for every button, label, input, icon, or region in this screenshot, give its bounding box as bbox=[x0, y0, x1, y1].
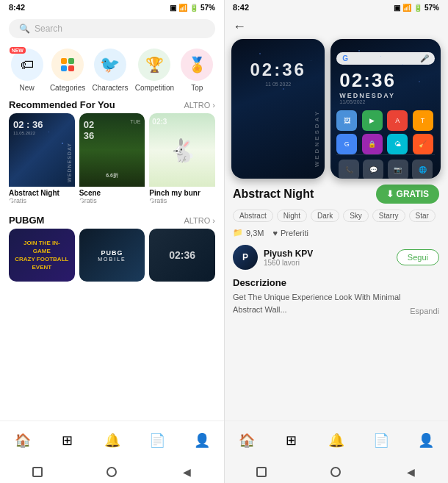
android-square-left[interactable] bbox=[29, 464, 46, 480]
nav-new[interactable]: NEW 🏷 New bbox=[11, 49, 43, 92]
svg-rect-2 bbox=[61, 65, 67, 71]
desc-text-row: Get The Unique Experience Look With Mini… bbox=[233, 291, 439, 315]
card2-overlay: 6.6折 bbox=[106, 172, 118, 179]
tag-sky[interactable]: Sky bbox=[343, 210, 369, 222]
svg-rect-1 bbox=[68, 58, 74, 64]
pubgm-img-1: JOIN THE IN- GAME CRAZY FOOTBALL EVENT bbox=[9, 229, 75, 282]
characters-circle: 🐦 bbox=[94, 49, 126, 81]
new-badge: NEW bbox=[10, 47, 26, 54]
right-nav-doc[interactable]: 📄 bbox=[368, 427, 394, 454]
pubgm-title: PUBGM bbox=[9, 215, 44, 226]
pubgm-card-1[interactable]: JOIN THE IN- GAME CRAZY FOOTBALL EVENT bbox=[9, 229, 75, 282]
characters-label: Characters bbox=[93, 84, 129, 92]
tag-abstract[interactable]: Abstract bbox=[233, 210, 273, 222]
search-bar[interactable]: 🔍 Search bbox=[9, 19, 215, 38]
app-icon-gallery: 🖼 bbox=[336, 110, 357, 131]
phone2-time: 02:36 bbox=[339, 69, 432, 92]
right-nav-bell[interactable]: 🔔 bbox=[323, 427, 350, 454]
card-night-img: 02 : 36 11.05.2022 WEDNESDAY bbox=[9, 113, 75, 187]
search-placeholder: Search bbox=[35, 24, 62, 34]
back-bar: ← bbox=[224, 15, 448, 39]
gratis-label: GRATIS bbox=[397, 189, 429, 199]
android-home-right[interactable] bbox=[328, 464, 344, 480]
nav-doc[interactable]: 📄 bbox=[144, 427, 170, 454]
stat-favorites[interactable]: ♥ Preferiti bbox=[272, 229, 308, 237]
segui-button[interactable]: Segui bbox=[397, 249, 439, 265]
desc-text: Get The Unique Experience Look With Mini… bbox=[233, 291, 410, 315]
home-icon: 🏠 bbox=[15, 432, 31, 448]
card2-time: 0236 bbox=[84, 119, 94, 141]
android-home-left[interactable] bbox=[104, 464, 120, 480]
phone1-time: 02:36 bbox=[250, 60, 306, 80]
left-time: 8:42 bbox=[9, 3, 25, 12]
right-doc-icon: 📄 bbox=[373, 432, 389, 448]
nav-top[interactable]: 🏅 Top bbox=[181, 49, 213, 92]
android-square-right[interactable] bbox=[253, 464, 270, 480]
phone2-day: WEDNESDAY bbox=[339, 92, 432, 99]
card-scene[interactable]: 6.6折 0236 TUE Scene Gratis bbox=[79, 113, 145, 204]
nav-competition[interactable]: 🏆 Competition bbox=[135, 49, 174, 92]
categories-circle bbox=[51, 49, 84, 81]
espandi-link[interactable]: Espandi bbox=[410, 307, 439, 315]
right-nav-profile[interactable]: 👤 bbox=[413, 427, 439, 454]
gratis-button[interactable]: ⬇ GRATIS bbox=[376, 185, 439, 204]
nav-home[interactable]: 🏠 bbox=[10, 427, 36, 454]
pubgm-mobile: MOBILE bbox=[98, 257, 126, 262]
pubgm-logo: PUBG bbox=[98, 249, 126, 257]
favorites-label: Preferiti bbox=[281, 229, 308, 237]
nav-characters[interactable]: 🐦 Characters bbox=[93, 49, 129, 92]
top-circle: 🏅 bbox=[181, 49, 213, 81]
bunny-emoji: 🐇 bbox=[169, 137, 196, 163]
altro-link-2[interactable]: ALTRO bbox=[184, 216, 215, 225]
card2-day: TUE bbox=[130, 119, 140, 124]
new-icon: 🏷 bbox=[21, 57, 34, 73]
pubgm-card-2[interactable]: PUBG MOBILE bbox=[79, 229, 145, 282]
tag-star[interactable]: Star bbox=[409, 210, 436, 222]
app-icon-google: G bbox=[336, 134, 357, 154]
phone2-dock: 📞 💬 📷 🌐 bbox=[336, 154, 435, 179]
altro-link-1[interactable]: ALTRO bbox=[184, 101, 215, 110]
card-abstract-night[interactable]: 02 : 36 11.05.2022 WEDNESDAY Abstract Ni… bbox=[9, 113, 75, 204]
pubgm1-text1: JOIN THE IN- bbox=[24, 240, 60, 246]
detail-area: Abstract Night ⬇ GRATIS Abstract Night D… bbox=[224, 179, 448, 326]
tag-dark[interactable]: Dark bbox=[311, 210, 339, 222]
back-button[interactable]: ← bbox=[233, 19, 246, 34]
author-initial: P bbox=[242, 252, 248, 262]
tag-starry[interactable]: Starry bbox=[372, 210, 405, 222]
app-icon-weather: 🌤 bbox=[387, 134, 408, 154]
right-bottom-nav: 🏠 ⊞ 🔔 📄 👤 bbox=[224, 421, 448, 459]
recommended-title: Recommended For You bbox=[9, 99, 115, 110]
search-icon: 🔍 bbox=[19, 24, 30, 34]
card3-sub: Gratis bbox=[149, 197, 215, 204]
left-status-icons: ▣ 📶 🔋 57% bbox=[170, 4, 215, 12]
right-nav-grid[interactable]: ⊞ bbox=[278, 427, 305, 454]
left-bottom-nav: 🏠 ⊞ 🔔 📄 👤 bbox=[0, 421, 224, 459]
pubgm-card-3[interactable]: 02:36 bbox=[149, 229, 215, 282]
card1-wednesday: WEDNESDAY bbox=[67, 143, 72, 182]
characters-icon: 🐦 bbox=[100, 55, 120, 74]
nav-grid[interactable]: ⊞ bbox=[54, 427, 81, 454]
card1-sub: Gratis bbox=[9, 197, 75, 204]
top-label: Top bbox=[191, 84, 203, 92]
detail-title: Abstract Night bbox=[233, 187, 314, 201]
pubgm-img-3: 02:36 bbox=[149, 229, 215, 282]
card-bunny-img: 02:3 🐇 bbox=[149, 113, 215, 187]
phone2-apps: 🖼 ▶ A T G 🔒 🌤 🧹 bbox=[336, 110, 435, 154]
download-count: 9,3M bbox=[246, 229, 264, 237]
nav-profile[interactable]: 👤 bbox=[189, 427, 215, 454]
tag-night[interactable]: Night bbox=[277, 210, 307, 222]
mic-icon: 🎤 bbox=[420, 54, 429, 62]
right-nav-home[interactable]: 🏠 bbox=[234, 427, 260, 454]
card1-name: Abstract Night bbox=[9, 189, 75, 197]
android-back-right[interactable]: ◀ bbox=[402, 464, 419, 480]
pubgm-img-2: PUBG MOBILE bbox=[79, 229, 145, 282]
competition-circle: 🏆 bbox=[138, 49, 170, 81]
android-back-left[interactable]: ◀ bbox=[178, 464, 195, 480]
nav-categories[interactable]: Categories bbox=[50, 49, 85, 92]
desc-section: Descrizione Get The Unique Experience Lo… bbox=[233, 277, 439, 315]
phone2-date: 11/05/2022 bbox=[339, 99, 432, 104]
google-g: G bbox=[342, 54, 348, 62]
nav-bell[interactable]: 🔔 bbox=[99, 427, 126, 454]
phone1-wednesday: WEDNESDAY bbox=[314, 110, 320, 167]
card-bunny[interactable]: 02:3 🐇 Pinch my bunr Gratis bbox=[149, 113, 215, 204]
